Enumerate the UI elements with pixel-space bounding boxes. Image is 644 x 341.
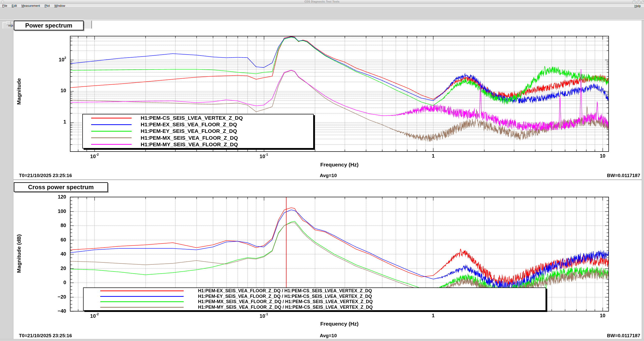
legend-item: H1:PEM-MX_SEIS_VEA_FLOOR_Z_DQ / H1:PEM-C… [84, 299, 546, 304]
legend-item: H1:PEM-CS_SEIS_LVEA_VERTEX_Z_DQ [83, 115, 313, 121]
y-tick-label-bottom: 120 [38, 194, 66, 200]
legend-line-sample [91, 124, 132, 125]
legend-channel-name: H1:PEM-EX_SEIS_VEA_FLOOR_Z_DQ [141, 121, 237, 128]
legend-item: H1:PEM-EX_SEIS_VEA_FLOOR_Z_DQ [83, 121, 313, 128]
legend-line-sample [91, 137, 132, 138]
power-spectrum-header: Power spectrum [14, 21, 84, 30]
x-tick-label-top: 10-2 [83, 153, 106, 159]
legend-channel-name: H1:PEM-MY_SEIS_VEA_FLOOR_Z_DQ / H1:PEM-C… [198, 305, 373, 310]
x-tick-label-top: 1 [422, 153, 444, 159]
legend-item: H1:PEM-EX_SEIS_VEA_FLOOR_Z_DQ / H1:PEM-C… [84, 288, 546, 294]
legend-item: H1:PEM-EY_SEIS_VEA_FLOOR_Z_DQ [83, 128, 313, 134]
legend-line-sample [100, 290, 184, 291]
y-tick-label-bottom: 20 [38, 265, 66, 271]
legend-channel-name: H1:PEM-CS_SEIS_LVEA_VERTEX_Z_DQ [141, 115, 243, 121]
y-tick-label-bottom: 40 [38, 251, 66, 257]
y-tick-label-bottom: 100 [38, 208, 66, 214]
bw-label-bottom: BW=0.0117187 [607, 333, 640, 338]
x-axis-title-bottom: Frequency (Hz) [314, 321, 365, 327]
y-tick-label-bottom: −40 [38, 308, 66, 314]
legend-item: H1:PEM-MY_SEIS_VEA_FLOOR_Z_DQ / H1:PEM-C… [84, 305, 546, 310]
legend-channel-name: H1:PEM-EY_SEIS_VEA_FLOOR_Z_DQ / H1:PEM-C… [198, 294, 372, 299]
legend-line-sample [91, 144, 132, 145]
x-tick-label-top: 10-1 [253, 153, 275, 159]
y-tick-label-bottom: 0 [38, 280, 66, 285]
x-tick-label-bottom: 10-1 [253, 313, 275, 319]
y-tick-label-bottom: 60 [38, 237, 66, 243]
x-tick-label-bottom: 10 [591, 313, 614, 319]
avg-label-top: Avg=10 [301, 173, 356, 178]
legend-cross-power-spectrum: H1:PEM-EX_SEIS_VEA_FLOOR_Z_DQ / H1:PEM-C… [83, 287, 546, 311]
x-axis-title-top: Frequency (Hz) [314, 162, 365, 168]
legend-item: H1:PEM-MX_SEIS_VEA_FLOOR_Z_DQ [83, 135, 313, 141]
legend-channel-name: H1:PEM-EY_SEIS_VEA_FLOOR_Z_DQ [141, 128, 237, 134]
legend-line-sample [91, 118, 132, 118]
x-tick-label-bottom: 1 [422, 313, 444, 319]
t0-label-top: T0=21/10/2025 23:25:16 [19, 173, 72, 178]
legend-channel-name: H1:PEM-EX_SEIS_VEA_FLOOR_Z_DQ / H1:PEM-C… [198, 288, 372, 294]
legend-item: H1:PEM-EY_SEIS_VEA_FLOOR_Z_DQ / H1:PEM-C… [84, 294, 546, 299]
t0-label-bottom: T0=21/10/2025 23:25:16 [19, 333, 72, 338]
x-tick-label-bottom: 10-2 [83, 313, 106, 319]
y-tick-label-top: 102 [38, 56, 66, 63]
legend-line-sample [100, 301, 184, 302]
avg-label-bottom: Avg=10 [301, 333, 356, 338]
y-tick-label-top: 10 [38, 88, 66, 93]
legend-channel-name: H1:PEM-MY_SEIS_VEA_FLOOR_Z_DQ [141, 141, 238, 148]
y-tick-label-top: 1 [38, 119, 66, 125]
legend-power-spectrum: H1:PEM-CS_SEIS_LVEA_VERTEX_Z_DQH1:PEM-EX… [82, 114, 314, 149]
x-tick-label-top: 10 [591, 153, 614, 159]
legend-line-sample [100, 296, 184, 297]
cross-power-spectrum-header: Cross power spectrum [14, 182, 108, 192]
bw-label-top: BW=0.0117187 [607, 173, 640, 178]
y-tick-label-bottom: −20 [38, 294, 66, 300]
legend-line-sample [100, 307, 184, 308]
legend-channel-name: H1:PEM-MX_SEIS_VEA_FLOOR_Z_DQ / H1:PEM-C… [198, 299, 373, 304]
y-axis-title-top: Magnitude [16, 54, 22, 129]
legend-item: H1:PEM-MY_SEIS_VEA_FLOOR_Z_DQ [83, 141, 313, 148]
legend-line-sample [91, 131, 132, 132]
legend-channel-name: H1:PEM-MX_SEIS_VEA_FLOOR_Z_DQ [141, 135, 238, 141]
y-axis-title-bottom: Magnitude (dB) [16, 216, 22, 291]
y-tick-label-bottom: 80 [38, 223, 66, 228]
